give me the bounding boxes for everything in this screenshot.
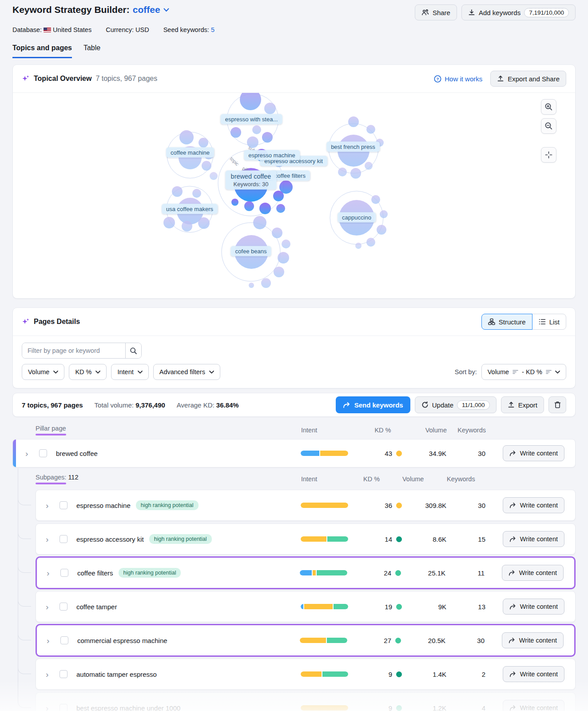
export-label: Export <box>518 401 537 409</box>
sort-volume-label: Volume <box>488 368 509 375</box>
pillar-row-brewed-coffee[interactable]: › brewed coffee 43 34.9K 30 Write conten… <box>12 439 576 467</box>
row-checkbox[interactable] <box>60 603 68 611</box>
question-icon: ? <box>434 75 441 83</box>
seed-keywords-value[interactable]: 5 <box>211 26 215 33</box>
how-it-works-link[interactable]: ? How it works <box>434 75 482 83</box>
subpage-row-card[interactable]: › commercial espresso machine 27 20.5K 3… <box>36 624 576 657</box>
topic-chip-coffee-machine[interactable]: coffee machine <box>166 148 214 158</box>
chevron-right-icon[interactable]: › <box>46 501 53 510</box>
subpage-row-name: best espresso machine under 1000 <box>76 704 180 711</box>
write-arrow-icon <box>509 671 516 677</box>
column-volume: Volume <box>402 475 447 483</box>
topic-chip-cofee-beans[interactable]: cofee beans <box>231 246 271 256</box>
row-checkbox[interactable] <box>60 535 68 543</box>
export-and-share-button[interactable]: Export and Share <box>490 71 566 87</box>
sort-dropdown[interactable]: Volume - KD % <box>481 364 566 380</box>
sparkles-icon <box>22 318 30 326</box>
svg-text:?: ? <box>437 76 439 81</box>
pillar-chip-title: brewed coffee <box>231 173 271 180</box>
export-button[interactable]: Export <box>501 396 544 413</box>
write-content-button[interactable]: Write content <box>503 666 564 682</box>
topic-chip-espresso-with-steamed[interactable]: espresso with stea... <box>221 114 282 124</box>
center-view-button[interactable] <box>541 147 556 163</box>
kd-dot <box>395 638 401 643</box>
write-content-button[interactable]: Write content <box>503 445 564 461</box>
subpage-row-card[interactable]: › coffee tamper 19 9K 13 Write content <box>36 591 576 622</box>
keywords-value: 30 <box>446 502 485 509</box>
summary-band: 7 topics, 967 pages Total volume: 9,376,… <box>12 393 576 417</box>
keywords-value: 13 <box>446 603 485 611</box>
chevron-right-icon[interactable]: › <box>25 449 32 458</box>
filter-volume-dropdown[interactable]: Volume <box>22 364 64 380</box>
trash-icon <box>554 401 561 408</box>
topic-chip-usa-coffee-makers[interactable]: usa coffee makers <box>162 204 218 214</box>
page-filter-group <box>22 343 142 359</box>
row-checkbox[interactable] <box>39 449 47 457</box>
delete-button[interactable] <box>548 396 566 413</box>
kd-dot <box>396 503 402 508</box>
send-keywords-button[interactable]: Send keywords <box>336 396 410 413</box>
project-name[interactable]: coffee <box>133 4 160 15</box>
update-button[interactable]: Update 11/1,000 <box>415 396 497 413</box>
chevron-right-icon[interactable]: › <box>47 569 54 577</box>
chevron-right-icon[interactable]: › <box>46 670 53 679</box>
subpage-row-card[interactable]: › coffee filters high ranking potential … <box>36 556 576 589</box>
topic-chip-cappuccino[interactable]: cappuccino <box>338 212 376 223</box>
tab-table[interactable]: Table <box>83 44 100 58</box>
topic-chip-best-french-press[interactable]: best french press <box>326 142 380 152</box>
search-icon <box>130 347 137 355</box>
export-and-share-label: Export and Share <box>508 75 560 83</box>
chevron-down-icon <box>555 371 560 374</box>
chevron-right-icon[interactable]: › <box>46 535 53 543</box>
keywords-value: 30 <box>445 637 485 644</box>
topical-overview-chart[interactable]: subs topic pillar espresso with stea... … <box>13 93 575 298</box>
row-checkbox[interactable] <box>60 569 68 577</box>
write-content-button[interactable]: Write content <box>503 497 564 513</box>
subpage-row-card[interactable]: › best espresso machine under 1000 9 1.2… <box>36 692 576 711</box>
view-toggle-structure[interactable]: Structure <box>481 314 532 330</box>
zoom-out-button[interactable] <box>541 118 556 134</box>
filter-input[interactable] <box>22 343 125 358</box>
intent-bar <box>300 638 347 643</box>
pillar-table-header: Pillar page Intent KD % Volume Keywords <box>12 418 576 439</box>
kd-dot <box>396 604 402 610</box>
structure-icon <box>488 318 495 325</box>
filter-intent-dropdown[interactable]: Intent <box>111 364 148 380</box>
chevron-right-icon[interactable]: › <box>46 603 53 611</box>
chevron-down-icon[interactable] <box>163 8 169 12</box>
row-checkbox[interactable] <box>60 501 68 509</box>
view-toggle-list[interactable]: List <box>532 314 566 330</box>
subpage-row-card[interactable]: › automatic tamper espresso 9 1.4K 2 Wri… <box>36 659 576 690</box>
zoom-in-button[interactable] <box>541 99 556 115</box>
write-arrow-icon <box>509 502 516 508</box>
add-keywords-button[interactable]: Add keywords 7,191/10,000 <box>461 4 576 20</box>
filter-kd-label: KD % <box>75 368 91 375</box>
advanced-filters-dropdown[interactable]: Advanced filters <box>153 364 220 380</box>
zoom-out-icon <box>544 122 553 130</box>
pillar-chip-brewed-coffee[interactable]: brewed coffee Keywords: 30 <box>226 171 277 190</box>
write-content-button[interactable]: Write content <box>502 632 564 648</box>
filter-kd-dropdown[interactable]: KD % <box>69 364 107 380</box>
row-checkbox[interactable] <box>60 704 68 711</box>
summary-topics-pages: 7 topics, 967 pages <box>22 401 83 409</box>
keywords-value: 11 <box>445 569 485 577</box>
write-content-button[interactable]: Write content <box>503 531 564 547</box>
write-content-button[interactable]: Write content <box>503 700 564 711</box>
share-button[interactable]: Share <box>415 4 457 20</box>
keywords-value: 4 <box>446 704 485 711</box>
subpage-row-card[interactable]: › espresso accessory kit high ranking po… <box>36 523 576 555</box>
search-button[interactable] <box>125 343 141 358</box>
subpage-chip-espresso-machine[interactable]: espresso machine <box>244 150 300 160</box>
page-header: Keyword Strategy Builder: coffee Share A… <box>12 0 576 20</box>
write-content-button[interactable]: Write content <box>502 565 564 581</box>
tab-topics-and-pages[interactable]: Topics and pages <box>12 44 72 58</box>
row-checkbox[interactable] <box>60 636 68 644</box>
keywords-quota-badge: 7,191/10,000 <box>524 8 569 17</box>
row-checkbox[interactable] <box>60 670 68 678</box>
project-meta: Database:United States Currency: USD See… <box>12 26 576 33</box>
chevron-right-icon[interactable]: › <box>47 636 54 645</box>
subpage-row-card[interactable]: › espresso machine high ranking potentia… <box>36 490 576 521</box>
summary-average-kd: Average KD: 36.84% <box>177 401 239 409</box>
write-content-button[interactable]: Write content <box>503 599 564 615</box>
chevron-right-icon[interactable]: › <box>46 704 53 711</box>
